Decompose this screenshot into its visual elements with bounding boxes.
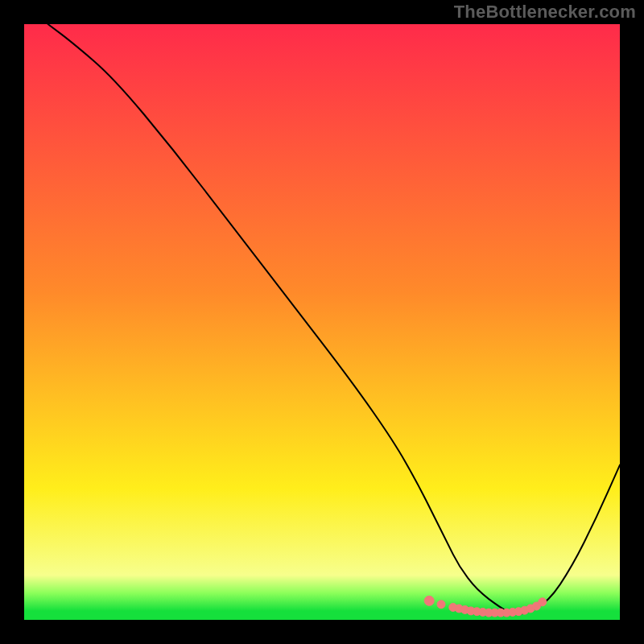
watermark-text: TheBottlenecker.com <box>454 2 636 23</box>
optimal-point <box>437 601 445 609</box>
chart-canvas <box>0 0 644 644</box>
optimal-point <box>539 598 547 606</box>
plot-background <box>24 24 620 620</box>
optimal-point <box>424 596 434 605</box>
chart-frame: TheBottlenecker.com <box>0 0 644 644</box>
